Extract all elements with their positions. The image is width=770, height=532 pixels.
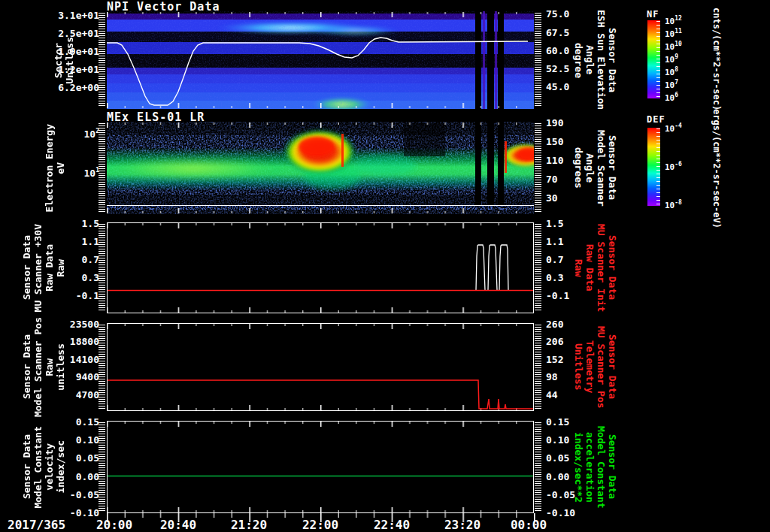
p5-right-ytick: 0.15	[546, 417, 569, 427]
p2-right-ruler	[535, 123, 541, 213]
velocity-plot	[107, 421, 534, 513]
axis-label-line: Unitless	[64, 37, 75, 84]
p5-right-axis-label: Sensor Data Model Constant acceleration …	[573, 421, 618, 513]
p4-left-ruler	[99, 325, 105, 410]
p3-right-axis-label: Sensor Data MU Scanner Init Raw Data Raw	[573, 222, 618, 313]
p5-ytick: 0.05	[0, 453, 99, 463]
p1-right-ytick: 60.0	[546, 46, 569, 56]
p4-right-ytick: 152	[546, 355, 563, 364]
p3-right-ytick: 1.5	[546, 219, 563, 228]
p1-ytick: 2.5e+01	[0, 29, 99, 38]
p4-ytick: 14100	[0, 355, 99, 364]
axis-label-line: unitless	[55, 343, 66, 391]
nf-cb-tick: 108	[665, 68, 678, 77]
axis-label-line: ESH Sun Elevation	[596, 10, 607, 110]
p1-ytick: 3.1e+01	[0, 11, 99, 20]
date-label: 2017/365	[8, 518, 65, 532]
p3-ytick: 0.3	[0, 273, 99, 283]
p1-left-ruler	[99, 13, 105, 107]
p5-left-ruler	[99, 422, 105, 512]
p2-right-ytick: 30	[546, 193, 558, 203]
scanner-pos-plot	[107, 323, 534, 411]
nf-cb-tick: 1012	[665, 17, 682, 26]
p2-right-ytick: 150	[546, 137, 563, 147]
axis-label-line: Sensor Data	[607, 334, 618, 399]
axis-label-line: index/sec	[55, 440, 66, 493]
axis-label-line: Sensor Data	[607, 135, 618, 200]
p1-right-ytick: 52.5	[546, 64, 569, 74]
p5-right-ytick: -0.05	[546, 490, 575, 500]
axis-label-line: degree	[573, 43, 584, 78]
p5-ytick: 0.15	[0, 417, 99, 427]
axis-label-line: Angle	[584, 45, 596, 74]
p4-ytick: 23500	[0, 319, 99, 329]
p4-right-ytick: 260	[546, 319, 563, 329]
axis-label-line: degrees	[573, 147, 584, 189]
def-cb-tick: 10-8	[665, 201, 682, 210]
p5-right-ruler	[535, 422, 541, 512]
p1-right-ytick: 67.5	[546, 28, 569, 38]
def-cb-tick: 10-4	[665, 125, 682, 133]
p5-ytick: 0.00	[0, 472, 99, 482]
def-colorbar-ticks	[656, 128, 660, 205]
p5-ytick: -0.10	[0, 508, 99, 518]
p2-right-ytick: 190	[546, 118, 563, 128]
p1-right-ytick: 45.0	[546, 82, 569, 92]
nf-colorbar-ticks	[656, 21, 660, 98]
p2-right-ytick: 70	[546, 174, 558, 184]
p2-right-ytick: 110	[546, 156, 563, 165]
axis-label-line: MU Scanner Pos	[596, 326, 607, 409]
axis-label-line: Sensor Data	[607, 235, 618, 300]
axis-label-line: Unitless	[573, 343, 584, 391]
p4-right-axis-label: Sensor Data MU Scanner Pos Telemetry Uni…	[573, 323, 618, 411]
axis-label-line: Raw Data	[44, 244, 55, 292]
nf-colorbar-title: NF	[647, 9, 659, 20]
p5-right-ytick: -0.10	[546, 508, 575, 518]
axis-label-line: Raw Data	[584, 244, 596, 292]
p1-right-axis-label: Sensor Data ESH Sun Elevation Angle degr…	[573, 11, 618, 109]
xtick-label: 00:00	[511, 518, 547, 532]
p3-right-ytick: 0.3	[546, 273, 563, 283]
xtick-label: 23:20	[444, 518, 480, 532]
xtick-label: 20:00	[96, 518, 132, 532]
p4-ytick: 18800	[0, 337, 99, 346]
nf-cb-tick: 109	[665, 56, 678, 64]
p5-ytick: 0.10	[0, 435, 99, 445]
xtick-label: 22:40	[374, 518, 410, 532]
axis-label-line: Sensor Data	[607, 28, 618, 92]
def-colorbar-title: DEF	[647, 114, 665, 125]
npi-spectrogram	[107, 11, 534, 109]
def-colorbar-units: ergs/(cm**2-sr-sec-eV)	[711, 119, 722, 218]
p5-right-ytick: 0.05	[546, 453, 569, 463]
p5-right-ytick: 0.10	[546, 435, 569, 445]
p3-right-ytick: 1.1	[546, 237, 563, 246]
xtick-label: 21:20	[231, 518, 267, 532]
p5-ytick: -0.05	[0, 490, 99, 500]
p4-ytick: 4700	[0, 390, 99, 400]
axis-label-line: Model Scanner Pos	[32, 317, 44, 417]
axis-label-line: Model Scanner	[596, 130, 607, 207]
p3-right-ruler	[535, 224, 541, 312]
p4-right-ytick: 44	[546, 390, 558, 400]
axis-label-line: MU Scanner Init	[596, 224, 607, 312]
axis-label-line: Model Constant	[596, 426, 607, 509]
plot-screen: NPI Vector Data MEx ELS-01 LR	[0, 0, 770, 532]
nf-cb-tick: 1010	[665, 43, 682, 51]
p4-ytick: 9400	[0, 372, 99, 382]
p3-ytick: 1.5	[0, 219, 99, 228]
p3-ytick: -0.1	[0, 291, 99, 301]
axis-label-line: Angle	[584, 153, 596, 183]
p4-right-ytick: 98	[546, 372, 558, 382]
p3-ytick: 0.7	[0, 255, 99, 264]
p5-right-ytick: 0.00	[546, 472, 569, 482]
p4-right-ruler	[535, 325, 541, 410]
p1-ytick: 1.9e+01	[0, 47, 99, 56]
axis-label-line: Sensor Data	[607, 434, 618, 499]
nf-cb-tick: 1011	[665, 30, 682, 38]
p1-right-ytick: 75.0	[546, 9, 569, 19]
nf-cb-tick: 106	[665, 94, 678, 102]
p4-right-ytick: 206	[546, 337, 563, 346]
xtick-label: 20:40	[160, 518, 196, 532]
p3-left-ruler	[99, 224, 105, 312]
axis-label-line: acceleration	[584, 432, 596, 503]
